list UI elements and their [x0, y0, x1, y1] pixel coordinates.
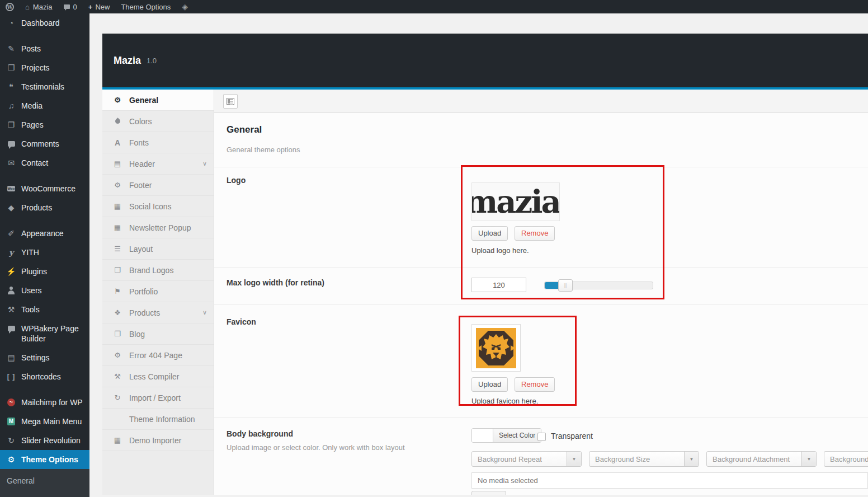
sidebar-item-shortcodes[interactable]: [ ]Shortcodes — [0, 367, 89, 386]
wordpress-logo[interactable]: W — [0, 0, 20, 13]
home-icon: ⌂ — [25, 3, 30, 11]
tab-less-compiler[interactable]: ⚒Less Compiler — [102, 366, 214, 387]
sidebar-item-label: Dashboard — [21, 18, 60, 28]
page-area: Mazia 1.0 ⚙GeneralColorsAFonts▤Header∨⚙F… — [89, 13, 868, 497]
wordpress-logo-icon: W — [6, 3, 14, 11]
panel-title: Mazia — [114, 55, 141, 67]
tab-demo-importer[interactable]: ▦Demo Importer — [102, 430, 214, 451]
menu-separator — [0, 217, 89, 224]
sidebar-item-label: Tools — [21, 304, 40, 315]
mega-menu-icon: M — [7, 418, 15, 425]
sidebar-item-appearance[interactable]: ✐Appearance — [0, 224, 89, 243]
tab-error-404-page[interactable]: ⚙Error 404 Page — [102, 345, 214, 366]
sidebar-item-label: Plugins — [21, 266, 47, 276]
sidebar-item-products[interactable]: ◆Products — [0, 198, 89, 217]
sidebar-item-mailchimp-for-wp[interactable]: ~Mailchimp for WP — [0, 393, 89, 412]
color-swatch[interactable] — [472, 429, 493, 442]
sidebar-item-theme-options[interactable]: ⚙Theme Options — [0, 450, 89, 469]
sidebar-item-tools[interactable]: ⚒Tools — [0, 300, 89, 319]
tab-label: Import / Export — [129, 393, 181, 402]
site-menu[interactable]: ⌂ Mazia — [20, 0, 58, 13]
sidebar-item-label: Testimonials — [21, 82, 64, 92]
sidebar-item-testimonials[interactable]: ❝Testimonials — [0, 77, 89, 96]
tab-general[interactable]: ⚙General — [102, 90, 214, 111]
tab-label: Header — [129, 160, 155, 168]
tab-social-icons[interactable]: ▦Social Icons — [102, 196, 214, 217]
transparent-checkbox[interactable] — [537, 433, 546, 441]
color-picker[interactable]: Select Color — [471, 428, 541, 443]
tab-layout[interactable]: ☰Layout — [102, 238, 214, 260]
sidebar-item-projects[interactable]: ❒Projects — [0, 58, 89, 77]
logo-remove-button[interactable]: Remove — [515, 226, 555, 241]
comments-menu[interactable]: 0 — [58, 0, 83, 13]
tab-fonts[interactable]: AFonts — [102, 132, 214, 153]
background-select[interactable]: Background▼ — [824, 451, 868, 467]
tab-label: Products — [129, 308, 160, 317]
favicon-upload-button[interactable]: Upload — [471, 377, 508, 392]
slider-handle[interactable]: || — [558, 279, 573, 292]
tab-colors[interactable]: Colors — [102, 111, 214, 132]
sidebar-item-media[interactable]: ♫Media — [0, 96, 89, 115]
sidebar-item-posts[interactable]: ✎Posts — [0, 39, 89, 58]
media-upload-field[interactable]: No media selected — [471, 472, 868, 489]
droplet-icon — [114, 118, 121, 125]
tab-label: Fonts — [129, 138, 149, 147]
logo-upload-button[interactable]: Upload — [471, 226, 508, 241]
plug-icon: ⚡ — [6, 266, 16, 276]
sidebar-item-woocommerce[interactable]: WooWooCommerce — [0, 179, 89, 198]
sidebar-item-dashboard[interactable]: ◔Dashboard — [0, 13, 89, 32]
sidebar-item-slider-revolution[interactable]: ↻Slider Revolution — [0, 431, 89, 450]
background-repeat-select[interactable]: Background Repeat▼ — [471, 451, 582, 467]
sidebar-item-mega-main-menu[interactable]: MMega Main Menu — [0, 412, 89, 431]
background-size-select[interactable]: Background Size▼ — [589, 451, 699, 467]
yith-icon: y — [9, 247, 13, 257]
comment-bubble-icon — [8, 141, 15, 147]
sidebar-item-label: Pages — [21, 120, 44, 130]
chevron-down-icon: ▼ — [801, 452, 816, 466]
briefcase-icon: ❒ — [114, 266, 121, 274]
new-menu[interactable]: + New — [83, 0, 116, 13]
media-upload-button-partial[interactable] — [471, 491, 506, 495]
brush-icon: ✐ — [8, 228, 15, 238]
select-value: Background Repeat — [472, 455, 567, 463]
board-icon: ▦ — [114, 436, 121, 444]
sidebar-item-wpbakery-page-builder[interactable]: WPBakery Page Builder — [0, 319, 89, 348]
sidebar-item-yith[interactable]: yYITH — [0, 243, 89, 262]
sidebar-item-plugins[interactable]: ⚡Plugins — [0, 262, 89, 281]
theme-options-label: Theme Options — [121, 3, 171, 11]
max-logo-width-slider[interactable]: || — [544, 282, 653, 289]
tab-portfolio[interactable]: ⚑Portfolio — [102, 281, 214, 302]
slider-revolution-icon: ↻ — [8, 435, 15, 446]
new-label: New — [95, 3, 110, 11]
tab-label: General — [129, 96, 158, 105]
lines-icon: ☰ — [114, 245, 121, 253]
sidebar-item-label: WooCommerce — [21, 184, 76, 194]
sidebar-item-general[interactable]: General — [0, 469, 89, 497]
sidebar-item-comments[interactable]: Comments — [0, 134, 89, 153]
sidebar-item-settings[interactable]: ▤Settings — [0, 348, 89, 367]
select-color-button[interactable]: Select Color — [493, 429, 541, 442]
sidebar-item-users[interactable]: Users — [0, 281, 89, 300]
max-logo-width-input[interactable] — [471, 278, 526, 292]
sidebar-item-pages[interactable]: ❐Pages — [0, 115, 89, 134]
slider-revolution-menu[interactable]: ◈ — [176, 0, 194, 13]
tab-footer[interactable]: ⚙Footer — [102, 175, 214, 196]
tab-import-export[interactable]: ↻Import / Export — [102, 387, 214, 409]
admin-bar: W ⌂ Mazia 0 + New Theme Options ◈ — [0, 0, 868, 13]
sidebar-item-label: General — [7, 476, 35, 486]
favicon-remove-button[interactable]: Remove — [515, 377, 555, 392]
brackets-icon: [ ] — [7, 372, 15, 382]
tab-newsletter-popup[interactable]: ▦Newsletter Popup — [102, 217, 214, 238]
tab-theme-information[interactable]: Theme Information — [102, 409, 214, 430]
expand-options-button[interactable] — [223, 94, 238, 109]
row-divider — [214, 418, 868, 418]
sync-icon: ↻ — [115, 393, 121, 402]
background-attachment-select[interactable]: Background Attachment▼ — [706, 451, 817, 467]
tab-products[interactable]: ❖Products∨ — [102, 302, 214, 323]
tab-blog[interactable]: ❐Blog — [102, 323, 214, 345]
tab-label: Portfolio — [129, 287, 158, 296]
theme-options-menu[interactable]: Theme Options — [115, 0, 176, 13]
sidebar-item-contact[interactable]: ✉Contact — [0, 153, 89, 172]
tab-header[interactable]: ▤Header∨ — [102, 153, 214, 175]
tab-brand-logos[interactable]: ❒Brand Logos — [102, 260, 214, 281]
